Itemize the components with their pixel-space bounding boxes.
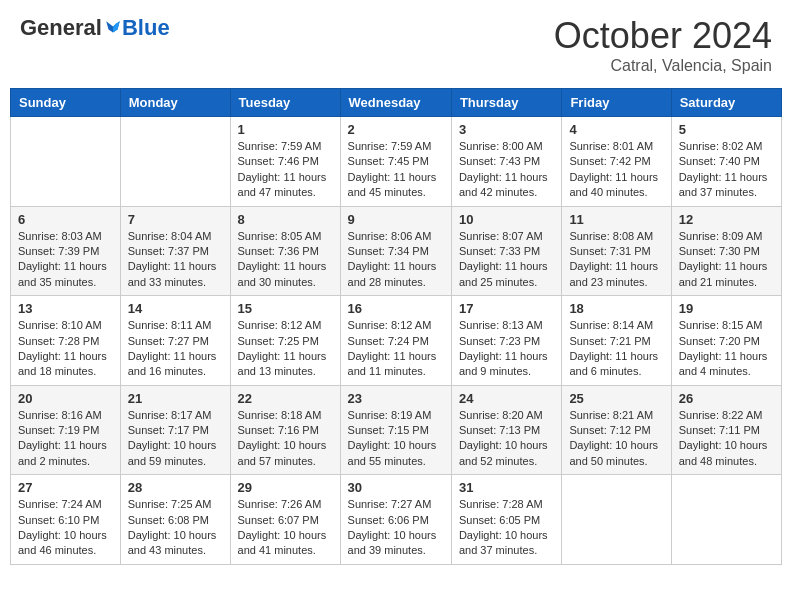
day-info: Sunrise: 8:20 AM Sunset: 7:13 PM Dayligh… (459, 408, 554, 470)
day-number: 22 (238, 391, 333, 406)
calendar-cell: 17Sunrise: 8:13 AM Sunset: 7:23 PM Dayli… (451, 296, 561, 386)
day-number: 20 (18, 391, 113, 406)
day-info: Sunrise: 7:27 AM Sunset: 6:06 PM Dayligh… (348, 497, 444, 559)
calendar-cell: 13Sunrise: 8:10 AM Sunset: 7:28 PM Dayli… (11, 296, 121, 386)
day-number: 28 (128, 480, 223, 495)
calendar-cell: 25Sunrise: 8:21 AM Sunset: 7:12 PM Dayli… (562, 385, 671, 475)
day-info: Sunrise: 8:12 AM Sunset: 7:24 PM Dayligh… (348, 318, 444, 380)
calendar-cell: 3Sunrise: 8:00 AM Sunset: 7:43 PM Daylig… (451, 117, 561, 207)
weekday-header-friday: Friday (562, 89, 671, 117)
day-number: 15 (238, 301, 333, 316)
day-info: Sunrise: 8:14 AM Sunset: 7:21 PM Dayligh… (569, 318, 663, 380)
calendar-cell: 6Sunrise: 8:03 AM Sunset: 7:39 PM Daylig… (11, 206, 121, 296)
day-info: Sunrise: 8:12 AM Sunset: 7:25 PM Dayligh… (238, 318, 333, 380)
calendar-cell: 26Sunrise: 8:22 AM Sunset: 7:11 PM Dayli… (671, 385, 781, 475)
calendar-cell: 23Sunrise: 8:19 AM Sunset: 7:15 PM Dayli… (340, 385, 451, 475)
day-info: Sunrise: 8:17 AM Sunset: 7:17 PM Dayligh… (128, 408, 223, 470)
day-info: Sunrise: 8:02 AM Sunset: 7:40 PM Dayligh… (679, 139, 774, 201)
day-info: Sunrise: 7:24 AM Sunset: 6:10 PM Dayligh… (18, 497, 113, 559)
calendar-cell: 7Sunrise: 8:04 AM Sunset: 7:37 PM Daylig… (120, 206, 230, 296)
calendar-cell: 16Sunrise: 8:12 AM Sunset: 7:24 PM Dayli… (340, 296, 451, 386)
calendar-cell: 20Sunrise: 8:16 AM Sunset: 7:19 PM Dayli… (11, 385, 121, 475)
calendar-cell: 9Sunrise: 8:06 AM Sunset: 7:34 PM Daylig… (340, 206, 451, 296)
calendar-cell: 18Sunrise: 8:14 AM Sunset: 7:21 PM Dayli… (562, 296, 671, 386)
day-number: 30 (348, 480, 444, 495)
day-number: 7 (128, 212, 223, 227)
logo: General Blue (20, 15, 170, 41)
weekday-header-saturday: Saturday (671, 89, 781, 117)
day-number: 19 (679, 301, 774, 316)
day-number: 31 (459, 480, 554, 495)
location-title: Catral, Valencia, Spain (554, 57, 772, 75)
day-number: 24 (459, 391, 554, 406)
day-number: 23 (348, 391, 444, 406)
day-info: Sunrise: 7:25 AM Sunset: 6:08 PM Dayligh… (128, 497, 223, 559)
calendar-cell: 8Sunrise: 8:05 AM Sunset: 7:36 PM Daylig… (230, 206, 340, 296)
calendar-cell: 1Sunrise: 7:59 AM Sunset: 7:46 PM Daylig… (230, 117, 340, 207)
day-number: 10 (459, 212, 554, 227)
day-number: 4 (569, 122, 663, 137)
calendar-cell: 10Sunrise: 8:07 AM Sunset: 7:33 PM Dayli… (451, 206, 561, 296)
weekday-header-monday: Monday (120, 89, 230, 117)
day-info: Sunrise: 8:07 AM Sunset: 7:33 PM Dayligh… (459, 229, 554, 291)
calendar-cell: 27Sunrise: 7:24 AM Sunset: 6:10 PM Dayli… (11, 475, 121, 565)
day-info: Sunrise: 8:01 AM Sunset: 7:42 PM Dayligh… (569, 139, 663, 201)
day-info: Sunrise: 8:13 AM Sunset: 7:23 PM Dayligh… (459, 318, 554, 380)
day-number: 9 (348, 212, 444, 227)
logo-bird-icon (104, 19, 122, 37)
title-block: October 2024 Catral, Valencia, Spain (554, 15, 772, 75)
calendar-cell: 14Sunrise: 8:11 AM Sunset: 7:27 PM Dayli… (120, 296, 230, 386)
weekday-header-tuesday: Tuesday (230, 89, 340, 117)
day-info: Sunrise: 8:00 AM Sunset: 7:43 PM Dayligh… (459, 139, 554, 201)
day-number: 13 (18, 301, 113, 316)
calendar-week-row: 6Sunrise: 8:03 AM Sunset: 7:39 PM Daylig… (11, 206, 782, 296)
month-title: October 2024 (554, 15, 772, 57)
calendar-cell: 28Sunrise: 7:25 AM Sunset: 6:08 PM Dayli… (120, 475, 230, 565)
calendar-week-row: 13Sunrise: 8:10 AM Sunset: 7:28 PM Dayli… (11, 296, 782, 386)
calendar-cell (671, 475, 781, 565)
calendar-week-row: 20Sunrise: 8:16 AM Sunset: 7:19 PM Dayli… (11, 385, 782, 475)
calendar-cell: 5Sunrise: 8:02 AM Sunset: 7:40 PM Daylig… (671, 117, 781, 207)
day-number: 5 (679, 122, 774, 137)
day-number: 16 (348, 301, 444, 316)
day-info: Sunrise: 7:28 AM Sunset: 6:05 PM Dayligh… (459, 497, 554, 559)
day-info: Sunrise: 8:18 AM Sunset: 7:16 PM Dayligh… (238, 408, 333, 470)
calendar-cell: 22Sunrise: 8:18 AM Sunset: 7:16 PM Dayli… (230, 385, 340, 475)
day-info: Sunrise: 8:19 AM Sunset: 7:15 PM Dayligh… (348, 408, 444, 470)
logo-blue-text: Blue (122, 15, 170, 41)
logo-general-text: General (20, 15, 102, 41)
day-info: Sunrise: 8:09 AM Sunset: 7:30 PM Dayligh… (679, 229, 774, 291)
calendar-week-row: 27Sunrise: 7:24 AM Sunset: 6:10 PM Dayli… (11, 475, 782, 565)
calendar-week-row: 1Sunrise: 7:59 AM Sunset: 7:46 PM Daylig… (11, 117, 782, 207)
calendar-cell: 31Sunrise: 7:28 AM Sunset: 6:05 PM Dayli… (451, 475, 561, 565)
weekday-header-wednesday: Wednesday (340, 89, 451, 117)
day-number: 2 (348, 122, 444, 137)
day-info: Sunrise: 8:04 AM Sunset: 7:37 PM Dayligh… (128, 229, 223, 291)
calendar-cell: 21Sunrise: 8:17 AM Sunset: 7:17 PM Dayli… (120, 385, 230, 475)
day-number: 6 (18, 212, 113, 227)
calendar-cell: 4Sunrise: 8:01 AM Sunset: 7:42 PM Daylig… (562, 117, 671, 207)
day-info: Sunrise: 8:21 AM Sunset: 7:12 PM Dayligh… (569, 408, 663, 470)
day-number: 25 (569, 391, 663, 406)
day-info: Sunrise: 7:59 AM Sunset: 7:46 PM Dayligh… (238, 139, 333, 201)
day-info: Sunrise: 7:26 AM Sunset: 6:07 PM Dayligh… (238, 497, 333, 559)
day-number: 14 (128, 301, 223, 316)
day-info: Sunrise: 8:03 AM Sunset: 7:39 PM Dayligh… (18, 229, 113, 291)
day-info: Sunrise: 7:59 AM Sunset: 7:45 PM Dayligh… (348, 139, 444, 201)
calendar-cell: 2Sunrise: 7:59 AM Sunset: 7:45 PM Daylig… (340, 117, 451, 207)
day-info: Sunrise: 8:08 AM Sunset: 7:31 PM Dayligh… (569, 229, 663, 291)
day-info: Sunrise: 8:11 AM Sunset: 7:27 PM Dayligh… (128, 318, 223, 380)
weekday-header-sunday: Sunday (11, 89, 121, 117)
day-number: 12 (679, 212, 774, 227)
calendar-cell: 15Sunrise: 8:12 AM Sunset: 7:25 PM Dayli… (230, 296, 340, 386)
calendar-cell (120, 117, 230, 207)
day-number: 27 (18, 480, 113, 495)
calendar-cell: 11Sunrise: 8:08 AM Sunset: 7:31 PM Dayli… (562, 206, 671, 296)
day-info: Sunrise: 8:06 AM Sunset: 7:34 PM Dayligh… (348, 229, 444, 291)
day-info: Sunrise: 8:15 AM Sunset: 7:20 PM Dayligh… (679, 318, 774, 380)
weekday-header-thursday: Thursday (451, 89, 561, 117)
day-number: 11 (569, 212, 663, 227)
day-number: 8 (238, 212, 333, 227)
day-number: 26 (679, 391, 774, 406)
calendar-cell: 29Sunrise: 7:26 AM Sunset: 6:07 PM Dayli… (230, 475, 340, 565)
